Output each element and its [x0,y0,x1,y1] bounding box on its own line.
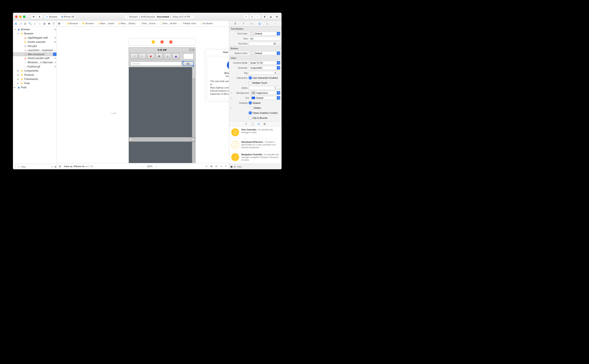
test-navigator-icon[interactable]: ◇ [38,22,42,25]
text-color-select[interactable]: Default▾ [249,32,280,35]
tree-row[interactable]: ▶📁Pods [13,81,57,85]
add-background-icon[interactable]: + [230,92,233,94]
file-tree[interactable]: ▼▣BrowserM▼📁Browser◉AppDelegate.swiftA📁A… [13,26,57,164]
library-item[interactable]: ▢Storyboard Reference - Provides a place… [229,139,282,151]
jumpbar-item[interactable]: ▢Fillable View [181,22,196,25]
jumpbar-item[interactable]: ▣Browser [67,22,78,25]
file-inspector-icon[interactable]: 🗎 [234,22,237,25]
tree-row[interactable]: ♪Windows…n Start.wavA [13,60,57,65]
jump-bar[interactable]: ▦ 〈 〉 ▣Browser〉📁Browser〉▤Main….board〉▤Ma… [57,21,229,26]
outline-toggle-icon[interactable]: ▥ [59,165,61,168]
resolve-icon[interactable]: ⊿ [220,165,222,168]
editor-standard-icon[interactable]: ≡ [243,14,249,19]
hidden-checkbox[interactable] [250,106,253,109]
tree-row[interactable]: ▼📁Browser [13,32,57,36]
attributes-inspector-icon[interactable]: ⬙ [258,22,261,25]
multiple-touch-checkbox[interactable] [249,81,252,84]
library-item[interactable]: 〈Navigation Controller - A controller th… [229,151,282,164]
library-filter-input[interactable] [237,166,280,168]
first-responder-icon[interactable] [160,40,164,44]
ib-canvas[interactable]: → 9:41 AM 〈 〉 ✖ ⟳ ⌂ [57,26,229,163]
grid-icon[interactable]: ▦ [230,165,232,168]
tree-row[interactable]: ▭Explorer.gifA [13,65,57,69]
help-inspector-icon[interactable]: ? [243,22,244,25]
toggle-debug-icon[interactable]: ⬓ [268,14,274,19]
opaque-checkbox[interactable]: ✓ [249,101,252,104]
stop-button[interactable]: ■ [37,14,43,19]
forward-icon[interactable]: 〉 [64,22,66,25]
tree-row[interactable]: ◉ViewController.swiftA [13,56,57,60]
clip-bounds-checkbox[interactable] [249,117,252,119]
scm-filter-icon[interactable]: ▣ [54,165,56,168]
file-template-icon[interactable]: 🗎 [245,122,247,125]
text-size-stepper[interactable]: 20▴▾ [249,42,280,46]
home-button[interactable]: ⌂ [164,53,171,59]
button-color-select[interactable]: Default▾ [249,51,280,55]
pin-icon[interactable]: ⊟ [215,165,217,168]
toggle-navigator-icon[interactable]: ◧ [262,14,268,19]
align-icon[interactable]: ▦ [210,165,212,168]
run-button[interactable]: ▶ [31,14,37,19]
update-frames-icon[interactable]: ↻ [225,165,227,168]
tree-row[interactable]: ▶📁Frameworks [13,77,57,81]
tree-row[interactable]: ▤Main.storyboard— [13,52,57,56]
navigator-filter-input[interactable] [21,166,50,168]
zoom-in-icon[interactable]: ＋ [155,165,158,168]
tree-row[interactable]: ▶▣Pods [13,85,57,90]
media-library-icon[interactable]: ▣ [263,122,266,125]
scrollbar[interactable] [192,67,195,137]
project-navigator-icon[interactable]: ▤ [14,22,18,25]
related-items-icon[interactable]: ▦ [58,22,60,25]
scheme-selector[interactable]: ◎ Browser 〉 ▮ iPhone SE [44,14,76,19]
editor-version-icon[interactable]: ↔ [255,14,261,19]
object-library-list[interactable]: ▢View Controller - A controller that man… [229,126,282,164]
stop-button[interactable]: ✖ [147,53,154,59]
library-item[interactable]: ▢View Controller - A controller that man… [229,126,282,139]
close-icon[interactable] [15,15,18,18]
back-button[interactable]: 〈 [131,53,138,59]
toggle-inspector-icon[interactable]: ◨ [274,14,279,19]
exit-icon[interactable] [169,40,172,44]
jumpbar-item[interactable]: ▢Go Button [200,22,213,25]
source-control-navigator-icon[interactable]: ⎇ [19,22,23,25]
size-inspector-icon[interactable]: ▯ [266,22,268,25]
refresh-button[interactable]: ⟳ [156,53,163,59]
tree-row[interactable]: ◉AppDelegate.swiftA [13,36,57,40]
zoom-icon[interactable] [23,15,26,18]
tree-row[interactable]: 🗎Info.plist [13,44,57,48]
symbol-navigator-icon[interactable]: ▥ [23,22,27,25]
text-input[interactable]: Go [249,37,280,40]
tree-row[interactable]: ▶📁Products [13,73,57,77]
report-navigator-icon[interactable]: ☰ [52,22,56,25]
minimize-icon[interactable] [19,15,21,18]
tag-stepper[interactable]: 0▴▾ [249,71,280,75]
tree-row[interactable]: ▶📁Components [13,69,57,73]
breakpoint-navigator-icon[interactable]: ⬣ [47,22,51,25]
scene-dock[interactable] [129,38,196,46]
forward-button[interactable]: 〉 [139,53,146,59]
editor-assistant-icon[interactable]: ◎ [249,14,255,19]
jumpbar-item[interactable]: ▤Main….(Base) [118,22,135,25]
jumpbar-item[interactable]: ▢View…Scene [139,22,156,25]
embed-icon[interactable]: ⊡ [205,165,207,168]
object-library-icon[interactable]: ◎ [258,122,260,125]
user-interaction-checkbox[interactable]: ✓ [249,76,252,79]
identity-inspector-icon[interactable]: ▭ [250,22,253,25]
find-navigator-icon[interactable]: 🔍 [28,22,32,25]
recent-icon[interactable]: ◷ [51,165,53,168]
add-icon[interactable]: ＋ [14,165,16,168]
jumpbar-item[interactable]: ◯View…ntroller [159,22,177,25]
tree-row[interactable]: ▤LaunchScr…toryboard— [13,48,57,52]
alpha-stepper[interactable]: 1▴▾ [249,86,280,90]
go-button[interactable]: Go [183,61,194,66]
jumpbar-item[interactable]: 📁Browser [82,22,94,25]
background-select[interactable]: magnesium▾ [250,91,280,95]
favorites-button[interactable]: ◆ [172,53,179,59]
tree-row[interactable]: ▼▣BrowserM [13,27,57,32]
back-icon[interactable]: 〈 [61,22,63,25]
tint-select[interactable]: Default▾ [250,96,280,100]
viewas-label[interactable]: View as: iPhone 4s [64,165,85,168]
add-tint-icon[interactable]: + [230,97,233,99]
jumpbar-item[interactable]: ▤Main….board [98,22,114,25]
vc-icon[interactable] [152,40,155,44]
